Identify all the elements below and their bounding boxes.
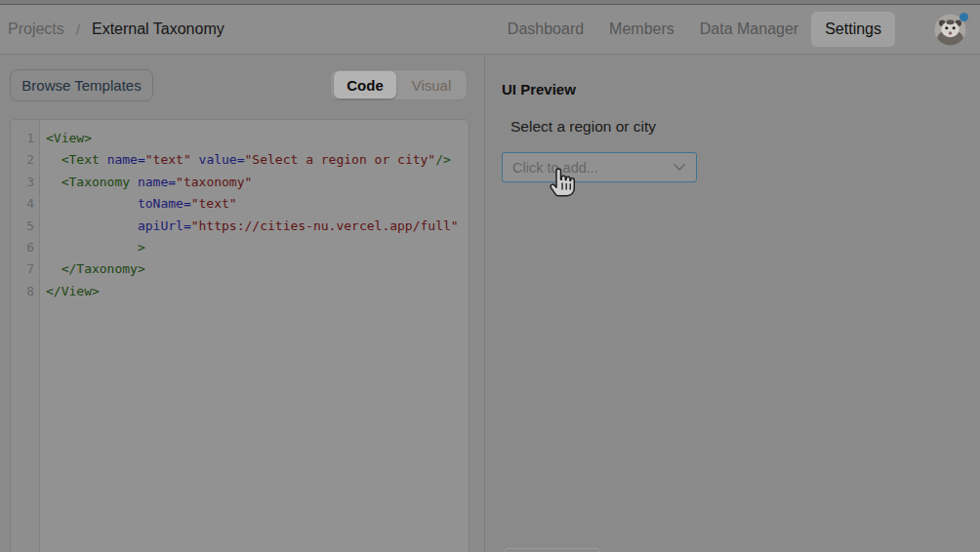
breadcrumb-projects-link[interactable]: Projects: [8, 20, 64, 38]
line-number: 2: [11, 149, 34, 171]
breadcrumb-separator: /: [76, 21, 80, 38]
line-number: 1: [11, 128, 34, 149]
editor-code[interactable]: <View> <Text name="text" value="Select a…: [40, 120, 469, 552]
editor-gutter: 12345678: [11, 120, 40, 552]
taxonomy-dropdown[interactable]: Click to add...: [502, 152, 697, 182]
code-line[interactable]: <View>: [46, 128, 469, 149]
code-line[interactable]: toName="text": [46, 193, 469, 215]
line-number: 8: [11, 281, 34, 302]
preview-title: UI Preview: [502, 81, 576, 98]
line-number: 6: [11, 237, 34, 258]
dropdown-placeholder: Click to add...: [512, 160, 673, 176]
code-line[interactable]: </Taxonomy>: [46, 258, 469, 280]
header-nav: Dashboard Members Data Manager Settings: [495, 12, 966, 47]
browse-templates-button[interactable]: Browse Templates: [10, 69, 153, 101]
breadcrumb: Projects / External Taxonomy: [8, 20, 225, 38]
labeling-config-panel: Browse Templates Code Visual 12345678 <V…: [0, 55, 485, 552]
code-line[interactable]: apiUrl="https://cities-nu.vercel.app/ful…: [46, 216, 469, 237]
code-visual-toggle: Code Visual: [330, 69, 468, 100]
ui-preview-panel: UI Preview Select a region or city Click…: [486, 55, 980, 552]
nav-item-data-manager[interactable]: Data Manager: [687, 12, 811, 47]
nav-item-settings[interactable]: Settings: [811, 12, 895, 47]
toggle-option-code[interactable]: Code: [334, 71, 396, 99]
code-editor: 12345678 <View> <Text name="text" value=…: [10, 119, 470, 552]
line-number: 4: [11, 193, 34, 215]
preview-prompt-text: Select a region or city: [510, 118, 656, 136]
code-line[interactable]: <Text name="text" value="Select a region…: [46, 149, 469, 171]
chevron-down-icon: [673, 163, 686, 172]
hand-pointer-cursor: [548, 163, 577, 198]
code-line[interactable]: >: [46, 237, 469, 258]
code-line[interactable]: </View>: [46, 281, 469, 302]
toggle-option-visual[interactable]: Visual: [396, 77, 467, 94]
header-bar: Projects / External Taxonomy Dashboard M…: [0, 5, 980, 55]
nav-item-members[interactable]: Members: [596, 12, 687, 47]
code-line[interactable]: <Taxonomy name="taxonomy": [46, 172, 469, 193]
line-number: 3: [11, 172, 34, 193]
breadcrumb-current-project: External Taxonomy: [92, 20, 225, 38]
line-number: 7: [11, 258, 34, 280]
user-avatar[interactable]: [934, 14, 966, 46]
online-status-dot: [960, 13, 968, 21]
nav-item-dashboard[interactable]: Dashboard: [495, 12, 596, 47]
clipped-panel-edge: [504, 548, 600, 552]
line-number: 5: [11, 216, 34, 237]
